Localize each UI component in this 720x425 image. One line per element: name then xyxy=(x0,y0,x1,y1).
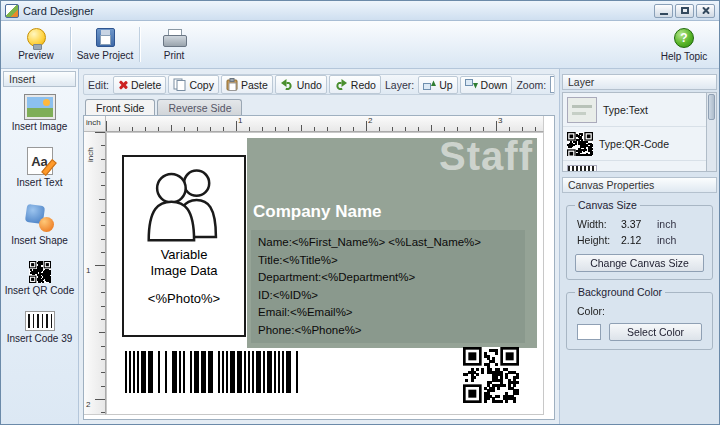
tab-front-side[interactable]: Front Side xyxy=(85,99,155,116)
ruler-corner: inch xyxy=(84,116,106,132)
print-label: Print xyxy=(164,50,185,61)
printer-icon xyxy=(163,29,185,47)
app-icon xyxy=(5,4,19,18)
titlebar: Card Designer xyxy=(1,1,719,21)
layer-list-scrollbar[interactable] xyxy=(706,93,716,171)
background-color-label: Background Color xyxy=(575,286,665,298)
redo-button[interactable]: Redo xyxy=(329,75,381,94)
layer-down-button[interactable]: Down xyxy=(460,76,513,94)
background-color-swatch xyxy=(577,324,601,340)
field-line: Name:<%First_Name%> <%Last_Name%> xyxy=(258,234,518,252)
card-canvas[interactable]: Staff Company Name Name:<%First_Name%> <… xyxy=(106,132,544,415)
layer-down-icon xyxy=(465,79,478,90)
canvas-viewport: inch 123 inch 12 Staff Company Name Name… xyxy=(83,115,555,420)
insert-qr-code-button[interactable]: Insert QR Code xyxy=(5,257,75,300)
width-unit: inch xyxy=(657,218,676,230)
qr-code-icon xyxy=(29,261,51,283)
preview-button[interactable]: Preview xyxy=(7,24,65,65)
window-title: Card Designer xyxy=(23,5,94,17)
minimize-icon xyxy=(660,13,668,15)
preview-label: Preview xyxy=(18,50,54,61)
print-button[interactable]: Print xyxy=(145,24,203,65)
insert-code39-button[interactable]: Insert Code 39 xyxy=(5,307,75,348)
card-background-panel[interactable]: Staff Company Name Name:<%First_Name%> <… xyxy=(247,138,537,348)
delete-icon xyxy=(118,80,128,90)
barcode-icon xyxy=(25,311,55,331)
close-button[interactable] xyxy=(696,4,715,18)
photo-caption: Variable xyxy=(161,247,208,263)
copy-button[interactable]: Copy xyxy=(168,75,219,94)
field-line: ID:<%ID%> xyxy=(258,287,518,305)
canvas-size-group: Canvas Size Width: 3.37 inch Height: 2.1… xyxy=(566,205,713,280)
change-canvas-size-button[interactable]: Change Canvas Size xyxy=(575,254,704,272)
save-icon xyxy=(96,28,115,47)
image-icon xyxy=(25,95,55,119)
paste-icon xyxy=(226,78,238,91)
paste-button[interactable]: Paste xyxy=(221,75,273,94)
layer-up-icon xyxy=(423,79,436,90)
company-name-text[interactable]: Company Name xyxy=(253,202,381,222)
save-project-label: Save Project xyxy=(77,50,134,61)
undo-icon xyxy=(280,78,294,91)
toolbar-separator xyxy=(139,27,140,62)
barcode-layer-thumbnail xyxy=(567,165,597,173)
shape-icon xyxy=(23,203,57,233)
width-label: Width: xyxy=(577,218,621,230)
maximize-icon xyxy=(681,7,689,14)
layer-item-clipped[interactable] xyxy=(563,161,706,172)
photo-placeholder[interactable]: Variable Image Data <%Photo%> xyxy=(122,155,246,337)
background-color-group: Background Color Color: Select Color xyxy=(566,292,713,350)
canvas-size-label: Canvas Size xyxy=(575,199,640,211)
height-value: 2.12 xyxy=(621,234,657,246)
photo-caption: Image Data xyxy=(150,263,217,279)
field-line: Phone:<%Phone%> xyxy=(258,322,518,340)
person-silhouettes-icon xyxy=(132,163,236,247)
select-color-button[interactable]: Select Color xyxy=(609,323,702,341)
edit-label: Edit: xyxy=(86,79,111,91)
vertical-ruler: inch 12 xyxy=(84,132,106,415)
width-value: 3.37 xyxy=(621,218,657,230)
layer-up-button[interactable]: Up xyxy=(418,76,457,94)
text-icon: Aa xyxy=(27,147,53,175)
maximize-button[interactable] xyxy=(675,4,694,18)
help-icon: ? xyxy=(674,28,694,48)
data-fields-text[interactable]: Name:<%First_Name%> <%Last_Name%> Title:… xyxy=(251,230,525,343)
side-tabs: Front Side Reverse Side xyxy=(85,99,559,116)
qr-layer-thumbnail xyxy=(567,132,593,156)
undo-button[interactable]: Undo xyxy=(275,75,327,94)
insert-image-button[interactable]: Insert Image xyxy=(5,91,75,136)
layer-label: Layer: xyxy=(383,79,416,91)
insert-text-button[interactable]: Aa Insert Text xyxy=(5,143,75,192)
horizontal-ruler: 123 xyxy=(106,116,544,132)
copy-icon xyxy=(173,78,186,91)
edit-toolbar: Edit: Delete Copy Paste Undo Redo Layer xyxy=(83,74,555,95)
layer-item-text[interactable]: Type:Text xyxy=(563,93,706,127)
right-panel: Layer Type:Text Type:QR-Code Canvas Prop… xyxy=(559,69,719,424)
insert-shape-button[interactable]: Insert Shape xyxy=(5,199,75,250)
minimize-button[interactable] xyxy=(654,4,673,18)
canvas-properties-header: Canvas Properties xyxy=(562,177,717,193)
photo-variable: <%Photo%> xyxy=(148,291,220,307)
toolbar-separator xyxy=(70,27,71,62)
insert-panel-header: Insert xyxy=(3,71,76,87)
window-controls xyxy=(654,4,715,18)
height-label: Height: xyxy=(577,234,621,246)
card-designer-window: Card Designer Preview Save Project Print… xyxy=(0,0,720,425)
delete-button[interactable]: Delete xyxy=(113,76,166,94)
insert-panel: Insert Insert Image Aa Insert Text Inser… xyxy=(1,69,79,424)
zoom-label: Zoom: xyxy=(514,79,548,91)
color-label: Color: xyxy=(577,305,621,317)
layer-item-qr-code[interactable]: Type:QR-Code xyxy=(563,127,706,161)
close-icon xyxy=(701,6,710,15)
scrollbar-thumb[interactable] xyxy=(708,94,715,120)
tab-reverse-side[interactable]: Reverse Side xyxy=(157,99,242,116)
save-project-button[interactable]: Save Project xyxy=(76,24,134,65)
height-unit: inch xyxy=(657,234,676,246)
field-line: Email:<%Email%> xyxy=(258,304,518,322)
help-topic-button[interactable]: ? Help Topic xyxy=(655,24,713,65)
zoom-value: Fit to View xyxy=(551,79,555,91)
watermark-text[interactable]: Staff xyxy=(439,134,533,178)
qr-code[interactable] xyxy=(463,347,519,403)
barcode-code39[interactable] xyxy=(125,351,303,393)
zoom-dropdown[interactable]: Fit to View xyxy=(550,76,555,93)
